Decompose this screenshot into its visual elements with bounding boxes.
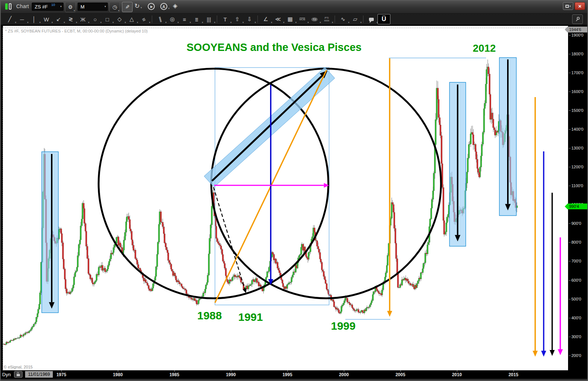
toolbar-separator <box>152 16 152 23</box>
year-tick-mark <box>344 370 344 372</box>
price-tick-label: 300'0 <box>571 334 581 339</box>
chevron-down-icon[interactable]: ▾ <box>60 5 62 8</box>
chart-symbol-label: * ZS #F, SOYBEAN FUTURES - ECBT, M, 00:0… <box>5 29 148 33</box>
price-tick-label: 1900'0 <box>571 33 584 37</box>
tool-triangle[interactable]: △▾ <box>126 14 138 24</box>
tool-rectangle[interactable]: □▾ <box>101 14 113 24</box>
channel-icon: ∥ <box>158 16 163 23</box>
toolbar-separator <box>217 16 217 23</box>
price-tick-mark <box>569 356 571 356</box>
chevron-down-icon[interactable]: ▾ <box>105 5 106 8</box>
arrow-trend-icon: ↙ <box>56 16 61 23</box>
time-axis[interactable]: Dyn 11/01/1969 1975198019851990199520002… <box>0 370 588 379</box>
tool-horizontal-line[interactable]: ─▾ <box>16 14 28 24</box>
fib-circles-icon: ◎ <box>170 16 175 23</box>
tool-vertical-line[interactable]: │▾ <box>28 14 40 24</box>
time-template-button[interactable]: ◷▾ <box>109 2 120 12</box>
pin-icon <box>575 17 580 22</box>
tool-wave-arrow[interactable]: ∿▾ <box>337 14 349 24</box>
annotation-year-1988: 1988 <box>197 309 222 322</box>
tj-oval-icon: TJ <box>311 17 318 21</box>
price-tick-label: 800'0 <box>571 240 581 244</box>
close-window-button[interactable]: × <box>575 2 585 10</box>
tool-arrow-up[interactable]: ⇧▾ <box>231 14 243 24</box>
lock-scale-button[interactable] <box>14 371 23 378</box>
tool-tj-oval[interactable]: TJ▾ <box>308 14 321 24</box>
reload-button[interactable]: ↻▾ <box>134 2 140 10</box>
price-axis[interactable]: 1900'01800'01700'01600'01500'01400'01300… <box>568 26 588 379</box>
note-bubble-icon <box>369 18 374 21</box>
toolbar-separator <box>335 16 335 23</box>
tool-arrow-trend[interactable]: ↙▾ <box>52 14 65 24</box>
tool-fan-lines[interactable]: Ж▾ <box>77 14 89 24</box>
price-tick-label: 1800'0 <box>571 52 584 56</box>
price-tick-mark <box>569 223 571 224</box>
lock-icon <box>17 374 20 376</box>
draw-mode-button[interactable]: ✎ <box>122 2 133 12</box>
tool-pti[interactable]: PTIxxxx▾ <box>321 14 333 24</box>
tool-fib-circles[interactable]: ◎▾ <box>166 14 178 24</box>
tool-channel[interactable]: ∥▾ <box>154 14 166 24</box>
annotation-year-2012: 2012 <box>473 42 496 54</box>
play-button[interactable]: ▶ <box>148 3 155 10</box>
tool-arrow-down[interactable]: ⇩▾ <box>243 14 256 24</box>
price-tick-mark <box>569 186 571 186</box>
tool-zigzag[interactable]: W▾ <box>40 14 52 24</box>
pin-toolbar-button[interactable] <box>572 14 583 24</box>
price-tick-mark <box>569 92 571 92</box>
close-icon: × <box>578 3 582 9</box>
zigzag-icon: W <box>44 16 49 23</box>
u-tool-icon: Ü <box>382 16 386 23</box>
year-tick-label: 1980 <box>110 372 125 377</box>
symbol-input[interactable]: ZS #F 10 ▾ <box>32 3 64 11</box>
restore-window-button[interactable]: ▾ <box>563 2 573 10</box>
symbol-settings-button[interactable]: ⚙▾ <box>65 2 76 12</box>
tool-fib-levels[interactable]: ≡▾ <box>191 14 203 24</box>
auto-scale-button[interactable]: A▾ <box>160 3 167 10</box>
tool-gann-line[interactable]: ≷▾ <box>65 14 77 24</box>
pencil-icon: ✎ <box>125 4 130 10</box>
fib-fan-icon: ∠ <box>263 16 268 23</box>
tool-fib-arcs[interactable]: ≪▾ <box>272 14 284 24</box>
tool-fib-fan[interactable]: ∠▾ <box>260 14 272 24</box>
gear-icon: ⚙ <box>68 4 73 10</box>
annotation-year-1999: 1999 <box>331 320 356 332</box>
price-tick-mark <box>569 261 571 261</box>
tool-fib-time-zones[interactable]: |||▾ <box>203 14 215 24</box>
year-tick-label: 2005 <box>393 372 408 377</box>
tool-fib-retracement[interactable]: ≡▾ <box>178 14 191 24</box>
price-tick-label: 400'0 <box>571 316 581 320</box>
chart-window: Chart ZS #F 10 ▾ ⚙▾ M ▾ ◷▾ ✎ ↻▾ ▶ A▾ ◈ <box>0 0 588 381</box>
window-titlebar: Chart ZS #F 10 ▾ ⚙▾ M ▾ ◷▾ ✎ ↻▾ ▶ A▾ ◈ <box>0 0 588 14</box>
grid-icon: ▦ <box>287 16 293 23</box>
chart-pane[interactable] <box>3 26 568 370</box>
tool-diamond[interactable]: ◇▾ <box>113 14 126 24</box>
link-button[interactable]: ◈ <box>173 2 177 9</box>
price-tick-mark <box>569 167 571 167</box>
rectangle-icon: □ <box>106 16 109 23</box>
tool-grid[interactable]: ▦▾ <box>284 14 296 24</box>
interval-input[interactable]: M ▾ <box>78 3 108 11</box>
symbol-superscript: 10 <box>51 3 55 7</box>
tool-trend-line[interactable]: ╱▾ <box>4 14 16 24</box>
price-tick-mark <box>569 318 571 318</box>
price-tick-label: 1100'0 <box>571 183 583 188</box>
price-tick-label: 1300'0 <box>571 146 584 150</box>
tool-mob[interactable]: MOB▾ <box>296 14 308 24</box>
price-tick-label: 700'0 <box>571 259 581 263</box>
price-tick-label: 1200'0 <box>571 165 584 169</box>
price-tick-label: 500'0 <box>571 297 581 301</box>
tool-ellipse[interactable]: ○▾ <box>89 14 101 24</box>
year-tick-mark <box>61 370 62 372</box>
tool-eraser[interactable]: ▱▾ <box>349 14 361 24</box>
price-tick-label: 1700'0 <box>571 71 584 75</box>
tool-parallel-lines[interactable]: ≡▾ <box>138 14 150 24</box>
eraser-icon: ▱ <box>353 16 358 23</box>
tool-text[interactable]: T▾ <box>219 14 231 24</box>
tool-u-tool[interactable]: Ü <box>377 14 390 24</box>
tool-note[interactable]: ▾ <box>365 14 377 24</box>
start-date-field[interactable]: 11/01/1969 <box>25 371 53 378</box>
fib-arcs-icon: ≪ <box>275 16 281 23</box>
price-tick-label: 1600'0 <box>571 89 584 94</box>
drawing-toolbar: ╱▾─▾│▾W▾↙▾≷▾Ж▾○▾□▾◇▾△▾≡▾∥▾◎▾≡▾≡▾|||▾T▾⇧▾… <box>0 14 588 25</box>
